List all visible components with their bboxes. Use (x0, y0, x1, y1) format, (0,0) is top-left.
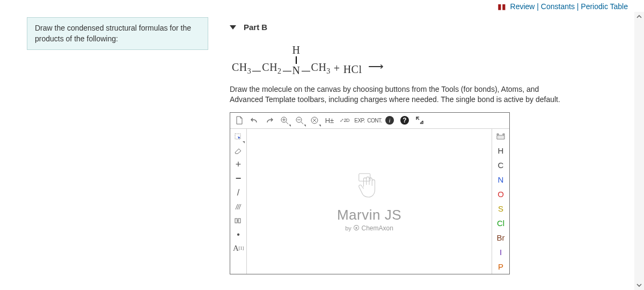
charge-minus-button[interactable]: − (231, 172, 245, 186)
atom-h-button[interactable]: H (493, 143, 508, 158)
question-prompt: Draw the condensed structural formulas f… (27, 17, 208, 50)
expand-button[interactable]: EXP. (353, 113, 367, 127)
left-toolbar: + − / • A[1] (230, 129, 247, 274)
periodic-table-icon[interactable] (494, 130, 508, 143)
svg-rect-4 (235, 219, 237, 223)
redo-icon[interactable] (262, 113, 276, 127)
marvin-brand: Marvin JS (337, 207, 401, 223)
atom-p-button[interactable]: P (493, 259, 508, 274)
top-toolbar: H± ⤢2D EXP. CONT. i ? (230, 113, 509, 129)
atom-label-button[interactable]: A[1] (231, 242, 245, 256)
part-title: Part B (244, 23, 267, 32)
atom-s-button[interactable]: S (493, 201, 508, 216)
new-icon[interactable] (232, 113, 246, 127)
contract-button[interactable]: CONT. (368, 113, 382, 127)
h-plusminus-button[interactable]: H± (323, 113, 336, 127)
scroll-up-icon[interactable] (635, 13, 643, 20)
radical-button[interactable]: • (231, 228, 245, 242)
zoom-out-icon[interactable] (292, 113, 306, 127)
scrollbar[interactable] (634, 12, 644, 290)
hand-pointer-icon (354, 171, 384, 202)
top-links: ▮▮ Review | Constants | Periodic Table (497, 2, 628, 11)
clean-2d-button[interactable]: ⤢2D (338, 113, 352, 127)
periodic-table-link[interactable]: Periodic Table (581, 2, 628, 11)
double-bond-icon[interactable] (231, 200, 245, 214)
instructions: Draw the molecule on the canvas by choos… (230, 84, 573, 105)
delete-icon[interactable] (308, 113, 321, 127)
fullscreen-icon[interactable] (413, 113, 427, 127)
atom-o-button[interactable]: O (493, 187, 508, 201)
atom-toolbar: H C N O S Cl Br I P (492, 129, 509, 274)
marvin-sketcher: H± ⤢2D EXP. CONT. i ? + − (230, 112, 510, 274)
atom-c-button[interactable]: C (493, 158, 508, 172)
atom-n-button[interactable]: N (493, 172, 508, 187)
collapse-icon[interactable] (230, 25, 236, 30)
help-icon[interactable]: ? (398, 113, 412, 127)
erase-icon[interactable] (231, 144, 245, 158)
chain-icon[interactable] (231, 214, 245, 228)
drawing-canvas[interactable]: Marvin JS by ⦿ ChemAxon (247, 129, 492, 274)
undo-icon[interactable] (247, 113, 261, 127)
chemaxon-brand: by ⦿ ChemAxon (345, 224, 393, 232)
svg-rect-6 (359, 173, 370, 181)
reaction-equation: CH3 CH2 H N CH3 + HCl ⟶ (232, 45, 384, 76)
zoom-in-icon[interactable] (277, 113, 291, 127)
review-link[interactable]: Review (510, 2, 535, 11)
info-icon[interactable]: i (383, 113, 397, 127)
scroll-down-icon[interactable] (635, 281, 643, 289)
atom-i-button[interactable]: I (493, 245, 508, 259)
single-bond-button[interactable]: / (231, 186, 245, 200)
charge-plus-button[interactable]: + (231, 158, 245, 172)
svg-rect-5 (238, 219, 240, 223)
atom-cl-button[interactable]: Cl (493, 216, 508, 230)
constants-link[interactable]: Constants (541, 2, 575, 11)
select-icon[interactable] (231, 130, 245, 144)
flag-icon: ▮▮ (497, 2, 506, 11)
atom-br-button[interactable]: Br (493, 230, 508, 245)
